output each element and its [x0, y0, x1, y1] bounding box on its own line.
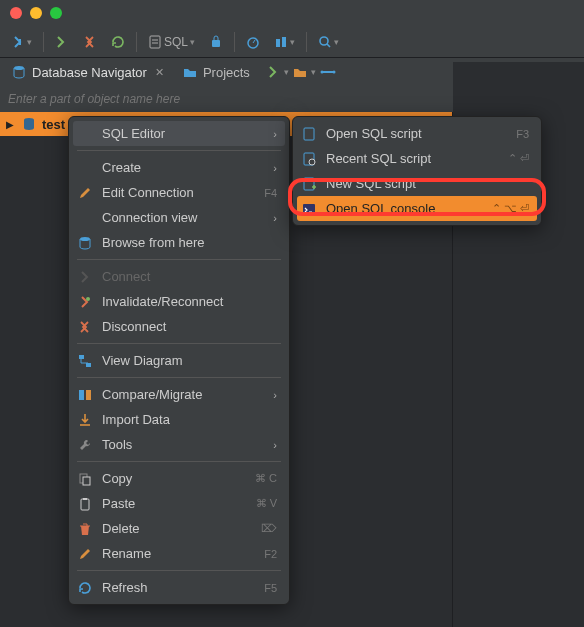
svg-rect-17 — [86, 390, 91, 400]
menu-item-refresh[interactable]: RefreshF5 — [69, 575, 289, 600]
compare-icon — [77, 387, 93, 403]
plug-icon[interactable] — [266, 65, 280, 79]
database-icon — [77, 235, 93, 251]
menu-item-edit-connection[interactable]: Edit ConnectionF4 — [69, 180, 289, 205]
svg-rect-20 — [81, 499, 89, 510]
connection-name: test — [42, 117, 65, 132]
reconnect-button[interactable] — [106, 32, 130, 52]
copy-icon — [77, 471, 93, 487]
menu-item-rename[interactable]: RenameF2 — [69, 541, 289, 566]
new-sql-icon — [301, 176, 317, 192]
menu-item-view-diagram[interactable]: View Diagram — [69, 348, 289, 373]
svg-rect-4 — [282, 37, 286, 47]
menu-item-open-sql-script[interactable]: Open SQL scriptF3 — [293, 121, 541, 146]
menu-item-open-sql-console[interactable]: Open SQL console⌃ ⌥ ⏎ — [297, 196, 537, 221]
svg-rect-14 — [79, 355, 84, 359]
trash-icon — [77, 521, 93, 537]
main-toolbar: ▾ SQL ▾ ▾ ▾ — [0, 26, 584, 58]
svg-rect-22 — [304, 128, 314, 140]
svg-rect-0 — [150, 36, 160, 48]
import-icon — [77, 412, 93, 428]
svg-point-8 — [332, 71, 335, 74]
svg-rect-21 — [83, 498, 87, 500]
menu-item-delete[interactable]: Delete⌦ — [69, 516, 289, 541]
sql-editor-submenu: Open SQL scriptF3 Recent SQL script⌃ ⏎ N… — [292, 116, 542, 226]
reconnect-icon — [77, 294, 93, 310]
pencil-icon — [77, 546, 93, 562]
menu-item-new-sql-script[interactable]: New SQL script — [293, 171, 541, 196]
pencil-icon — [77, 185, 93, 201]
recent-sql-icon — [301, 151, 317, 167]
console-icon — [301, 201, 317, 217]
dashboard-button[interactable] — [241, 32, 265, 52]
new-connection-button[interactable]: ▾ — [6, 32, 37, 52]
expand-arrow-icon[interactable]: ▶ — [6, 119, 16, 130]
minimize-window-button[interactable] — [30, 7, 42, 19]
window-titlebar — [0, 0, 584, 26]
diagram-icon — [77, 353, 93, 369]
disconnect-button[interactable] — [78, 32, 102, 52]
svg-rect-3 — [276, 39, 280, 47]
menu-item-tools[interactable]: Tools› — [69, 432, 289, 457]
svg-rect-25 — [304, 178, 314, 190]
paste-icon — [77, 496, 93, 512]
svg-point-7 — [320, 71, 323, 74]
menu-item-create[interactable]: Create› — [69, 155, 289, 180]
sql-file-icon — [148, 35, 162, 49]
folder-icon — [183, 65, 197, 79]
menu-item-recent-sql-script[interactable]: Recent SQL script⌃ ⏎ — [293, 146, 541, 171]
tab-label: Database Navigator — [32, 65, 147, 80]
tab-database-navigator[interactable]: Database Navigator ✕ — [4, 61, 175, 84]
connection-context-menu: SQL Editor› Create› Edit ConnectionF4 Co… — [68, 116, 290, 605]
menu-item-paste[interactable]: Paste⌘ V — [69, 491, 289, 516]
svg-rect-1 — [212, 40, 220, 47]
tasks-button[interactable]: ▾ — [269, 32, 300, 52]
search-icon — [318, 35, 332, 49]
search-button[interactable]: ▾ — [313, 32, 344, 52]
svg-point-6 — [14, 66, 24, 70]
svg-rect-16 — [79, 390, 84, 400]
menu-item-connection-view[interactable]: Connection view› — [69, 205, 289, 230]
dropdown-arrow-icon: ▾ — [27, 37, 32, 47]
database-icon — [12, 65, 26, 79]
submenu-arrow-icon: › — [273, 128, 277, 140]
sql-editor-label: SQL — [164, 35, 188, 49]
svg-point-12 — [80, 237, 90, 241]
connect-button[interactable] — [50, 32, 74, 52]
dropdown-arrow-icon: ▾ — [190, 37, 195, 47]
tab-label: Projects — [203, 65, 250, 80]
svg-rect-15 — [86, 363, 91, 367]
maximize-window-button[interactable] — [50, 7, 62, 19]
svg-point-13 — [86, 297, 90, 301]
menu-item-copy[interactable]: Copy⌘ C — [69, 466, 289, 491]
menu-item-import-data[interactable]: Import Data — [69, 407, 289, 432]
refresh-icon — [77, 580, 93, 596]
menu-item-connect: Connect — [69, 264, 289, 289]
menu-item-invalidate[interactable]: Invalidate/Reconnect — [69, 289, 289, 314]
plug-icon — [77, 269, 93, 285]
commit-button[interactable] — [204, 32, 228, 52]
disconnect-icon — [77, 319, 93, 335]
sql-file-icon — [301, 126, 317, 142]
menu-item-sql-editor[interactable]: SQL Editor› — [73, 121, 285, 146]
close-tab-button[interactable]: ✕ — [153, 65, 167, 79]
svg-point-5 — [320, 37, 328, 45]
svg-point-24 — [309, 159, 315, 165]
svg-rect-19 — [83, 477, 90, 485]
tab-projects[interactable]: Projects — [175, 61, 258, 84]
postgres-icon — [22, 117, 36, 131]
close-window-button[interactable] — [10, 7, 22, 19]
menu-item-browse[interactable]: Browse from here — [69, 230, 289, 255]
link-icon[interactable] — [320, 69, 336, 75]
sql-editor-button[interactable]: SQL ▾ — [143, 32, 200, 52]
folder-open-icon[interactable] — [293, 65, 307, 79]
menu-item-disconnect[interactable]: Disconnect — [69, 314, 289, 339]
menu-item-compare[interactable]: Compare/Migrate› — [69, 382, 289, 407]
wrench-icon — [77, 437, 93, 453]
